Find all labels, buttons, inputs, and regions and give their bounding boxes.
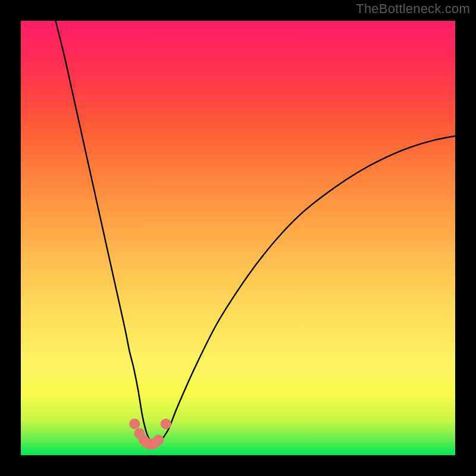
bottleneck-curve: [55, 21, 455, 446]
chart-frame: TheBottleneck.com: [0, 0, 476, 476]
plot-area: [21, 21, 455, 455]
attribution-text: TheBottleneck.com: [356, 1, 470, 17]
optimum-point: [129, 418, 140, 429]
optimum-point: [161, 418, 171, 429]
curve-svg: [21, 21, 455, 455]
optimum-point: [153, 435, 164, 446]
